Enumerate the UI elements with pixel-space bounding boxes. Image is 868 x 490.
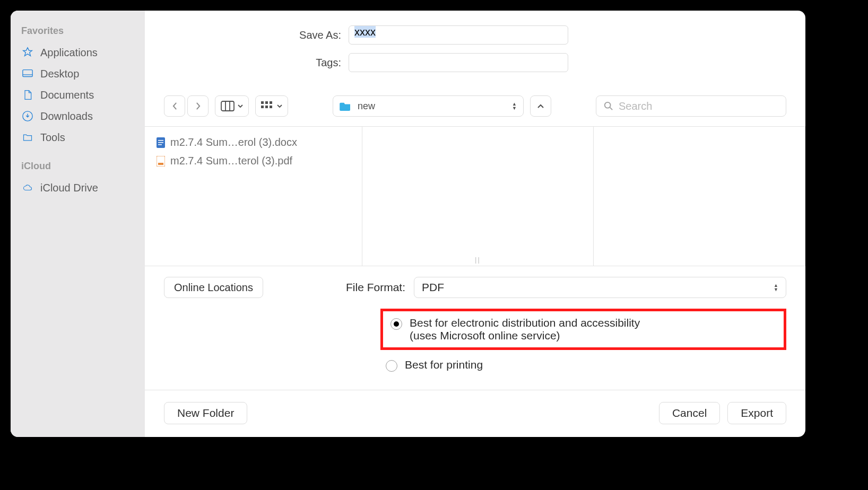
sidebar-item-label: Applications [40,47,98,59]
file-column-2[interactable]: || [362,127,594,266]
sidebar: Favorites Applications Desktop Documents… [11,11,145,437]
save-as-input[interactable]: xxxx [349,25,568,45]
cancel-button[interactable]: Cancel [659,402,720,424]
sidebar-item-label: Desktop [40,68,79,80]
svg-rect-5 [270,101,272,104]
sidebar-item-label: Tools [40,132,65,144]
file-row[interactable]: m2.7.4 Sum…erol (3).docx [155,133,351,152]
group-button[interactable] [255,95,288,117]
option-electronic[interactable]: Best for electronic distribution and acc… [380,309,786,350]
sidebar-item-tools[interactable]: Tools [16,127,140,148]
svg-rect-15 [158,163,163,165]
file-format-select[interactable]: PDF ▲▼ [414,277,786,298]
chevron-left-icon [172,102,178,110]
sidebar-item-label: Downloads [40,110,93,122]
option-electronic-line2: (uses Microsoft online service) [410,329,640,342]
sidebar-item-documents[interactable]: Documents [16,84,140,106]
file-row[interactable]: m2.7.4 Sum…terol (3).pdf [155,152,351,170]
sidebar-item-applications[interactable]: Applications [16,42,140,63]
back-button[interactable] [164,95,185,117]
updown-icon: ▲▼ [512,102,517,110]
sidebar-item-label: iCloud Drive [40,182,98,194]
file-format-value: PDF [422,281,444,294]
svg-rect-11 [158,140,163,141]
collapse-button[interactable] [530,95,551,117]
sidebar-section-favorites: Favorites [16,22,140,42]
radio-unchecked-icon [386,360,397,372]
tags-input[interactable] [349,53,568,72]
svg-rect-4 [265,101,268,104]
format-area: Online Locations File Format: PDF ▲▼ Bes… [145,266,805,390]
new-folder-button[interactable]: New Folder [164,402,247,424]
chevron-up-icon [537,103,544,109]
radio-checked-icon [390,318,402,330]
search-placeholder: Search [619,100,652,112]
option-printing[interactable]: Best for printing [380,354,786,376]
svg-rect-2 [221,101,234,111]
svg-rect-7 [265,106,268,108]
sidebar-item-desktop[interactable]: Desktop [16,63,140,84]
bottom-bar: New Folder Cancel Export [145,390,805,436]
forward-button[interactable] [187,95,209,117]
svg-rect-13 [158,144,162,145]
file-format-label: File Format: [346,281,405,294]
file-browser: m2.7.4 Sum…erol (3).docx m2.7.4 Sum…tero… [145,126,805,266]
svg-rect-8 [270,106,272,108]
file-name: m2.7.4 Sum…erol (3).docx [170,136,297,148]
folder-icon [21,131,34,144]
grid-icon [261,101,274,111]
updown-icon: ▲▼ [774,283,778,292]
online-locations-button[interactable]: Online Locations [164,277,263,298]
option-printing-label: Best for printing [405,358,483,371]
cloud-icon [21,181,34,194]
sidebar-item-downloads[interactable]: Downloads [16,106,140,127]
top-fields: Save As: xxxx Tags: [145,11,805,88]
documents-icon [21,89,34,101]
folder-name: new [358,101,375,112]
docx-file-icon [155,137,166,148]
tags-label: Tags: [166,57,341,69]
option-electronic-line1: Best for electronic distribution and acc… [410,317,640,329]
toolbar: new ▲▼ Search [145,88,805,126]
file-column-1[interactable]: m2.7.4 Sum…erol (3).docx m2.7.4 Sum…tero… [145,127,362,266]
file-name: m2.7.4 Sum…terol (3).pdf [170,155,292,167]
chevron-right-icon [195,102,201,110]
columns-icon [221,101,235,111]
desktop-icon [21,67,34,80]
downloads-icon [21,110,34,122]
svg-rect-0 [23,70,32,77]
pdf-options: Best for electronic distribution and acc… [164,309,786,376]
search-input[interactable]: Search [596,95,786,117]
export-button[interactable]: Export [727,402,786,424]
save-as-value: xxxx [354,26,376,38]
main-panel: Save As: xxxx Tags: [145,11,805,437]
sidebar-section-icloud: iCloud [16,158,140,177]
svg-rect-6 [261,106,264,108]
sidebar-item-label: Documents [40,89,94,101]
folder-dropdown[interactable]: new ▲▼ [333,95,524,117]
applications-icon [21,46,34,59]
search-icon [604,101,613,111]
pdf-file-icon [155,156,166,167]
chevron-down-icon [238,104,243,108]
svg-point-9 [605,102,611,108]
svg-rect-3 [261,101,264,104]
file-column-3[interactable] [594,127,805,266]
svg-rect-12 [158,142,163,143]
sidebar-item-icloud-drive[interactable]: iCloud Drive [16,177,140,198]
view-columns-button[interactable] [215,95,249,117]
column-resize-handle[interactable]: || [475,256,481,264]
save-as-label: Save As: [166,29,341,41]
chevron-down-icon [277,104,282,108]
save-dialog: Favorites Applications Desktop Documents… [11,11,805,437]
folder-icon [340,101,351,111]
